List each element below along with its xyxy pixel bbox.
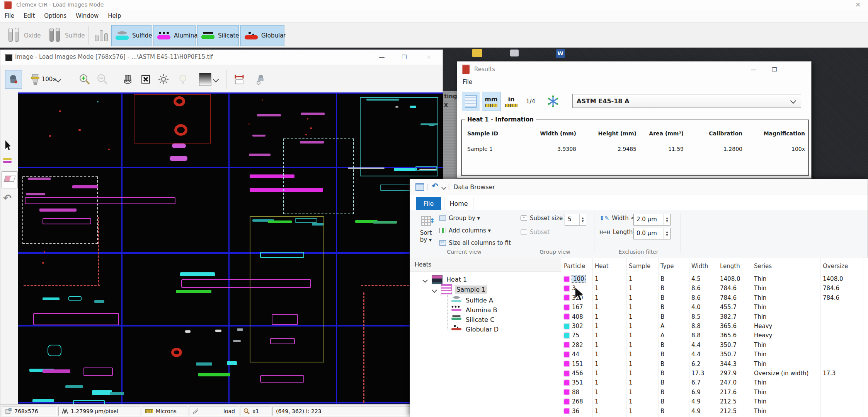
particle-cell[interactable]: 302: [564, 323, 595, 330]
results-file-menu[interactable]: File: [463, 79, 472, 85]
select-arrow-icon[interactable]: [3, 140, 13, 151]
particle-id[interactable]: 75: [572, 332, 579, 339]
column-header-oversize[interactable]: Oversize: [823, 263, 865, 270]
table-row[interactable]: 40811B8.5382.7Thin: [562, 312, 868, 321]
column-header-heat[interactable]: Heat: [595, 263, 629, 270]
process-button[interactable]: [155, 70, 172, 89]
table-row[interactable]: 26811B4.9212.5Thin: [562, 397, 868, 406]
detection-button-silicate[interactable]: Silicate: [197, 25, 239, 46]
particle-id[interactable]: 302: [572, 323, 583, 330]
particle-cell[interactable]: 88: [564, 389, 595, 396]
subset-size-spinner[interactable]: 5 ▲▼: [565, 214, 586, 226]
units-mm-button[interactable]: mm: [482, 92, 500, 111]
table-row[interactable]: 45611B17.3297.9Oversize (in width)17.3: [562, 369, 868, 378]
menu-item-options[interactable]: Options: [39, 12, 71, 19]
menu-item-file[interactable]: File: [0, 12, 19, 19]
expander-icon[interactable]: [422, 277, 428, 283]
eraser-tool-button[interactable]: [2, 171, 18, 188]
table-row[interactable]: 311B8.6784.6Thin784.6: [562, 284, 868, 293]
table-row[interactable]: 10011B4.51408.0Thin1408.0: [562, 274, 868, 284]
standard-select[interactable]: ASTM E45-18 A: [572, 94, 801, 108]
column-header-particle[interactable]: Particle: [564, 263, 595, 270]
particle-cell[interactable]: 151: [564, 361, 595, 367]
particle-id[interactable]: 88: [572, 389, 579, 396]
menu-item-help[interactable]: Help: [103, 12, 126, 19]
tree-item-globular-d[interactable]: Globular D: [466, 326, 499, 333]
table-row[interactable]: 7511A8.8365.6Heavy: [562, 331, 868, 340]
close-icon[interactable]: ✕: [423, 52, 435, 62]
particle-cell[interactable]: 167: [564, 304, 595, 311]
width-filter-spinner[interactable]: 2.0 µm ▲▼: [633, 214, 671, 226]
detection-button-sulfide[interactable]: Sulfide: [111, 25, 151, 46]
column-header-length[interactable]: Length: [720, 263, 754, 270]
particle-cell[interactable]: 282: [564, 342, 595, 349]
marker-tool-icon[interactable]: [3, 157, 12, 164]
table-row[interactable]: 35111B6.7247.0Thin: [562, 378, 868, 387]
spinner-arrows-icon[interactable]: ▲▼: [579, 214, 586, 225]
particle-id[interactable]: 151: [572, 361, 583, 367]
table-row[interactable]: 28211B4.4350.7Thin: [562, 340, 868, 350]
particle-id[interactable]: 282: [572, 342, 583, 349]
table-row[interactable]: 4411B4.4350.7Thin: [562, 350, 868, 359]
undo-icon[interactable]: ↶: [3, 192, 12, 204]
spinner-arrows-icon[interactable]: ▲▼: [664, 214, 670, 225]
particle-cell[interactable]: 100: [564, 275, 595, 282]
particle-id[interactable]: 456: [572, 370, 583, 377]
units-in-button[interactable]: in: [503, 92, 520, 111]
tab-file[interactable]: File: [416, 197, 441, 210]
tree-item-heat[interactable]: Heat 1: [446, 276, 467, 283]
close-icon[interactable]: ✕: [853, 1, 863, 9]
detection-button-alumina[interactable]: Alumina: [153, 25, 196, 46]
particle-id[interactable]: 44: [572, 351, 579, 358]
undo-icon[interactable]: ↶: [432, 183, 438, 190]
chevron-down-icon[interactable]: [441, 185, 446, 190]
menu-item-edit[interactable]: Edit: [19, 12, 39, 19]
tree-item-sample[interactable]: Sample 1: [455, 286, 487, 293]
pointer-capture-button[interactable]: [5, 70, 22, 89]
column-header-width[interactable]: Width: [691, 263, 720, 270]
zoom-out-button[interactable]: [94, 70, 111, 89]
particle-cell[interactable]: 36: [564, 408, 595, 415]
particle-id[interactable]: 268: [572, 398, 583, 405]
table-row[interactable]: 32011B8.6784.6Thin784.6: [562, 293, 868, 302]
camera-settings-button[interactable]: [252, 70, 269, 89]
particle-cell[interactable]: 456: [564, 370, 595, 377]
minimize-icon[interactable]: —: [376, 52, 388, 62]
zoom-in-button[interactable]: [76, 70, 93, 89]
histogram-button[interactable]: [92, 26, 112, 45]
objective-selector[interactable]: 100x: [25, 70, 64, 89]
table-row[interactable]: 15111B6.2344.3Thin: [562, 359, 868, 369]
particle-id[interactable]: 100: [572, 275, 585, 282]
illumination-button[interactable]: [174, 70, 191, 89]
particle-cell[interactable]: 268: [564, 398, 595, 405]
desktop-file-icon[interactable]: [510, 50, 519, 56]
maximize-icon[interactable]: ❒: [769, 65, 780, 75]
particle-id[interactable]: 351: [572, 379, 583, 386]
table-row[interactable]: 30211A8.8365.6Heavy: [562, 321, 868, 331]
length-filter-spinner[interactable]: 0.0 µm ▲▼: [633, 228, 671, 239]
report-table-button[interactable]: [462, 92, 480, 111]
tree-item-silicate-c[interactable]: Silicate C: [466, 316, 494, 323]
panel-divider[interactable]: [561, 258, 561, 417]
table-row[interactable]: 16711B4.0455.7Thin: [562, 302, 868, 312]
delete-selection-button[interactable]: [137, 70, 154, 89]
sort-by-button[interactable]: Sort by ▾: [416, 214, 436, 251]
desktop-folder-icon[interactable]: [472, 49, 482, 57]
oxide-button[interactable]: Oxide: [5, 26, 44, 45]
tree-item-sulfide-a[interactable]: Sulfide A: [466, 297, 493, 304]
particle-id[interactable]: 167: [572, 304, 583, 311]
sulfide-gray-button[interactable]: Sulfide: [46, 26, 88, 45]
tab-home[interactable]: Home: [444, 197, 473, 210]
table-row[interactable]: 8811B6.9217.6Thin: [562, 388, 868, 397]
menu-item-window[interactable]: Window: [71, 12, 103, 19]
particle-cell[interactable]: 44: [564, 351, 595, 358]
size-columns-button[interactable]: Size all columns to fit: [439, 239, 511, 246]
column-header-series[interactable]: Series: [754, 263, 823, 270]
refresh-fields-button[interactable]: [544, 92, 562, 111]
calibration-button[interactable]: [231, 70, 248, 89]
particle-cell[interactable]: 75: [564, 332, 595, 339]
add-columns-button[interactable]: Add columns ▾: [439, 227, 491, 234]
word-icon[interactable]: W: [556, 49, 565, 58]
lut-gradient-button[interactable]: [196, 70, 221, 89]
particle-cell[interactable]: 351: [564, 379, 595, 386]
